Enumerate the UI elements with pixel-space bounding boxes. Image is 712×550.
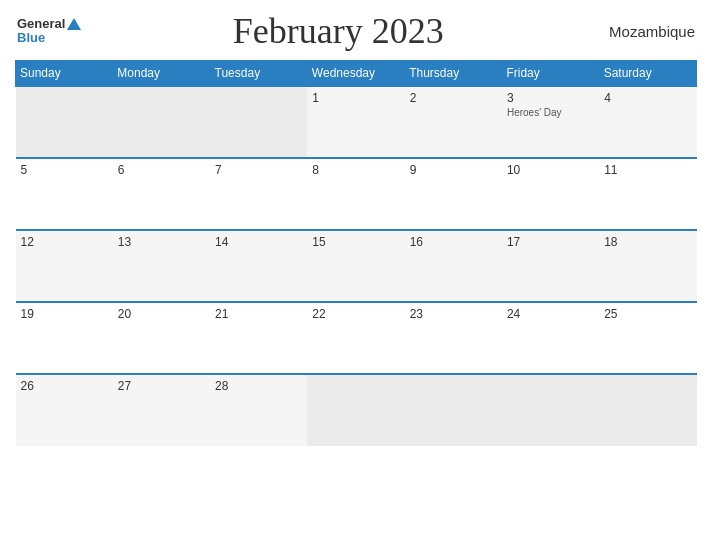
day-number: 12 bbox=[21, 235, 108, 249]
day-number: 24 bbox=[507, 307, 594, 321]
calendar-cell: 2 bbox=[405, 86, 502, 158]
calendar-cell: 3Heroes' Day bbox=[502, 86, 599, 158]
day-number: 3 bbox=[507, 91, 594, 105]
calendar-cell: 4 bbox=[599, 86, 696, 158]
calendar-cell: 18 bbox=[599, 230, 696, 302]
day-number: 13 bbox=[118, 235, 205, 249]
logo-blue-text: Blue bbox=[17, 31, 45, 45]
calendar-cell: 21 bbox=[210, 302, 307, 374]
calendar-cell bbox=[307, 374, 404, 446]
header-wednesday: Wednesday bbox=[307, 61, 404, 87]
calendar-cell bbox=[599, 374, 696, 446]
calendar-cell: 5 bbox=[16, 158, 113, 230]
calendar-cell: 15 bbox=[307, 230, 404, 302]
day-number: 23 bbox=[410, 307, 497, 321]
month-title: February 2023 bbox=[81, 10, 595, 52]
week-row-3: 12131415161718 bbox=[16, 230, 697, 302]
week-row-4: 19202122232425 bbox=[16, 302, 697, 374]
logo-general-text: General bbox=[17, 17, 81, 31]
calendar-cell: 16 bbox=[405, 230, 502, 302]
day-number: 21 bbox=[215, 307, 302, 321]
day-number: 4 bbox=[604, 91, 691, 105]
calendar-cell bbox=[405, 374, 502, 446]
day-number: 17 bbox=[507, 235, 594, 249]
calendar-cell: 7 bbox=[210, 158, 307, 230]
day-number: 11 bbox=[604, 163, 691, 177]
calendar-cell: 14 bbox=[210, 230, 307, 302]
day-number: 28 bbox=[215, 379, 302, 393]
day-number: 25 bbox=[604, 307, 691, 321]
calendar-cell: 20 bbox=[113, 302, 210, 374]
holiday-text: Heroes' Day bbox=[507, 107, 594, 118]
day-number: 27 bbox=[118, 379, 205, 393]
calendar-cell bbox=[502, 374, 599, 446]
day-number: 7 bbox=[215, 163, 302, 177]
day-number: 20 bbox=[118, 307, 205, 321]
calendar-cell: 24 bbox=[502, 302, 599, 374]
week-row-2: 567891011 bbox=[16, 158, 697, 230]
day-number: 18 bbox=[604, 235, 691, 249]
calendar-cell: 10 bbox=[502, 158, 599, 230]
day-header-row: Sunday Monday Tuesday Wednesday Thursday… bbox=[16, 61, 697, 87]
calendar-cell: 17 bbox=[502, 230, 599, 302]
day-number: 2 bbox=[410, 91, 497, 105]
week-row-1: 123Heroes' Day4 bbox=[16, 86, 697, 158]
header-thursday: Thursday bbox=[405, 61, 502, 87]
day-number: 22 bbox=[312, 307, 399, 321]
day-number: 5 bbox=[21, 163, 108, 177]
calendar-cell: 25 bbox=[599, 302, 696, 374]
calendar-cell: 23 bbox=[405, 302, 502, 374]
calendar-cell: 1 bbox=[307, 86, 404, 158]
calendar-cell bbox=[16, 86, 113, 158]
header-tuesday: Tuesday bbox=[210, 61, 307, 87]
calendar-cell: 27 bbox=[113, 374, 210, 446]
day-number: 16 bbox=[410, 235, 497, 249]
calendar-cell: 13 bbox=[113, 230, 210, 302]
header-sunday: Sunday bbox=[16, 61, 113, 87]
day-number: 9 bbox=[410, 163, 497, 177]
day-number: 8 bbox=[312, 163, 399, 177]
country-label: Mozambique bbox=[595, 23, 695, 40]
calendar-grid: Sunday Monday Tuesday Wednesday Thursday… bbox=[15, 60, 697, 446]
calendar-header: General Blue February 2023 Mozambique bbox=[15, 10, 697, 52]
calendar-cell: 9 bbox=[405, 158, 502, 230]
logo-triangle-icon bbox=[67, 18, 81, 30]
day-number: 19 bbox=[21, 307, 108, 321]
header-saturday: Saturday bbox=[599, 61, 696, 87]
calendar-cell: 26 bbox=[16, 374, 113, 446]
calendar-cell bbox=[113, 86, 210, 158]
calendar-cell: 8 bbox=[307, 158, 404, 230]
calendar-cell: 22 bbox=[307, 302, 404, 374]
calendar-cell bbox=[210, 86, 307, 158]
day-number: 6 bbox=[118, 163, 205, 177]
day-number: 14 bbox=[215, 235, 302, 249]
logo-area: General Blue bbox=[17, 17, 81, 46]
header-monday: Monday bbox=[113, 61, 210, 87]
week-row-5: 262728 bbox=[16, 374, 697, 446]
calendar-cell: 19 bbox=[16, 302, 113, 374]
day-number: 10 bbox=[507, 163, 594, 177]
day-number: 15 bbox=[312, 235, 399, 249]
calendar-container: General Blue February 2023 Mozambique Su… bbox=[0, 0, 712, 550]
day-number: 1 bbox=[312, 91, 399, 105]
header-friday: Friday bbox=[502, 61, 599, 87]
day-number: 26 bbox=[21, 379, 108, 393]
calendar-cell: 11 bbox=[599, 158, 696, 230]
calendar-cell: 28 bbox=[210, 374, 307, 446]
calendar-cell: 12 bbox=[16, 230, 113, 302]
calendar-cell: 6 bbox=[113, 158, 210, 230]
